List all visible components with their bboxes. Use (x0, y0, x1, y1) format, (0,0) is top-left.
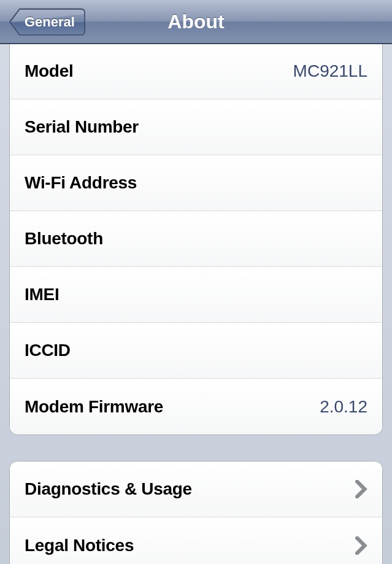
navbar: General About (0, 0, 392, 44)
row-label: Serial Number (25, 117, 139, 137)
row-label: Model (25, 61, 73, 81)
row-imei[interactable]: IMEI (10, 267, 382, 323)
row-label: Legal Notices (25, 536, 134, 555)
row-iccid[interactable]: ICCID (10, 323, 382, 379)
chevron-right-icon (355, 536, 367, 555)
row-model[interactable]: Model MC921LL (10, 44, 382, 99)
row-label: ICCID (25, 341, 71, 360)
row-bluetooth[interactable]: Bluetooth (10, 211, 382, 267)
back-button[interactable]: General (9, 8, 86, 36)
row-value: MC921LL (293, 61, 367, 81)
row-label: IMEI (25, 285, 59, 304)
row-legal-notices[interactable]: Legal Notices (10, 517, 382, 564)
row-serial-number[interactable]: Serial Number (10, 99, 382, 155)
row-wifi-address[interactable]: Wi-Fi Address (10, 155, 382, 211)
page-title: About (167, 10, 224, 33)
row-label: Modem Firmware (25, 397, 163, 417)
row-diagnostics-usage[interactable]: Diagnostics & Usage (10, 462, 382, 517)
links-group: Diagnostics & Usage Legal Notices (9, 461, 383, 564)
row-label: Bluetooth (25, 229, 103, 249)
content: Model MC921LL Serial Number Wi-Fi Addres… (0, 44, 392, 564)
row-label: Wi-Fi Address (25, 173, 137, 193)
back-button-label: General (25, 14, 75, 30)
chevron-right-icon (355, 480, 367, 498)
row-modem-firmware[interactable]: Modem Firmware 2.0.12 (10, 379, 382, 435)
device-info-group: Model MC921LL Serial Number Wi-Fi Addres… (9, 44, 383, 435)
row-label: Diagnostics & Usage (25, 479, 192, 499)
row-value: 2.0.12 (320, 397, 367, 417)
